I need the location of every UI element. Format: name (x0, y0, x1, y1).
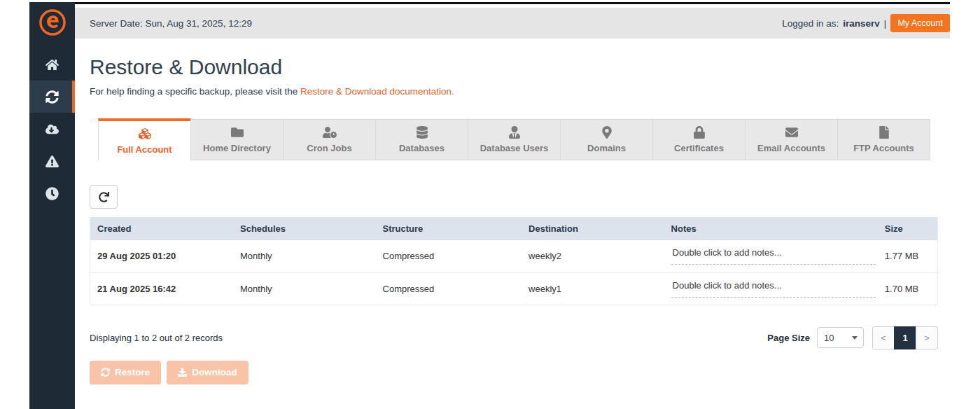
column-header-notes: Notes (664, 217, 878, 240)
tab-ftp-accounts[interactable]: FTP Accounts (837, 119, 930, 160)
sync-icon (101, 368, 110, 377)
column-header-structure: Structure (376, 217, 522, 240)
tab-database-users[interactable]: Database Users (468, 119, 561, 160)
restore-button[interactable]: Restore (90, 361, 161, 384)
documentation-link[interactable]: Restore & Download documentation. (300, 86, 454, 97)
sidebar (29, 2, 75, 409)
topbar-separator: | (884, 18, 887, 29)
tab-full-account[interactable]: Full Account (98, 118, 191, 160)
sidebar-nav (29, 48, 75, 209)
database-icon (415, 126, 429, 139)
backup-type-tabs: Full Account Home Directory Cron Jobs Da… (98, 118, 950, 160)
tab-email-accounts[interactable]: Email Accounts (745, 119, 838, 160)
refresh-button[interactable] (90, 185, 118, 209)
cubes-icon (138, 127, 152, 140)
tab-home-directory[interactable]: Home Directory (190, 119, 284, 160)
column-header-created: Created (90, 217, 234, 240)
main-content: Restore & Download For help finding a sp… (75, 39, 950, 409)
app-logo[interactable] (29, 2, 75, 43)
sidebar-item-downloads[interactable] (29, 113, 75, 145)
tab-label: Certificates (674, 143, 724, 153)
tab-label: Database Users (480, 143, 549, 153)
map-marker-icon (600, 126, 614, 139)
sidebar-item-home[interactable] (29, 48, 75, 81)
sidebar-item-queue[interactable] (29, 177, 75, 209)
tab-label: Home Directory (203, 143, 271, 153)
server-date-text: Server Date: Sun, Aug 31, 2025, 12:29 (90, 18, 252, 29)
envelope-icon (785, 126, 799, 139)
action-buttons: Restore Download (90, 361, 950, 384)
logged-in-label: Logged in as: (782, 18, 839, 29)
warning-triangle-icon (46, 155, 59, 168)
refresh-icon (99, 192, 109, 202)
tab-label: Databases (399, 143, 444, 153)
cloud-download-icon (46, 123, 59, 136)
cell-structure: Compressed (376, 272, 522, 305)
tab-domains[interactable]: Domains (560, 119, 653, 160)
download-button[interactable]: Download (167, 361, 248, 384)
tab-databases[interactable]: Databases (375, 119, 468, 160)
page-size-label: Page Size (767, 333, 810, 343)
cell-size: 1.77 MB (878, 240, 938, 272)
column-header-destination: Destination (522, 217, 664, 240)
tab-label: Full Account (117, 144, 172, 155)
restore-button-label: Restore (115, 367, 150, 377)
pager: < 1 > (872, 326, 938, 349)
prev-page-button[interactable]: < (872, 326, 895, 349)
notes-editable-field[interactable]: Double click to add notes... (671, 247, 876, 265)
cell-size: 1.70 MB (878, 272, 938, 305)
home-icon (46, 58, 59, 71)
current-page-button[interactable]: 1 (894, 326, 916, 349)
user-clock-icon (323, 126, 337, 139)
page-help-text: For help finding a specific backup, plea… (90, 86, 950, 97)
notes-editable-field[interactable]: Double click to add notes... (671, 280, 876, 298)
sync-icon (46, 90, 59, 104)
cell-created: 21 Aug 2025 16:42 (90, 272, 234, 305)
cell-structure: Compressed (376, 240, 522, 272)
lock-icon (692, 126, 706, 139)
cell-created: 29 Aug 2025 01:20 (90, 240, 234, 272)
column-header-size: Size (878, 217, 938, 240)
cell-schedules: Monthly (233, 240, 376, 272)
clock-icon (46, 187, 59, 200)
file-icon (877, 126, 891, 139)
download-button-label: Download (192, 367, 237, 377)
column-header-schedules: Schedules (233, 217, 376, 240)
table-header-row: Created Schedules Structure Destination … (90, 217, 938, 240)
cell-notes: Double click to add notes... (664, 272, 878, 305)
download-icon (178, 368, 187, 377)
tab-cron-jobs[interactable]: Cron Jobs (283, 119, 376, 160)
jetbackup-logo-icon (38, 8, 67, 37)
sidebar-item-alerts[interactable] (29, 145, 75, 177)
tab-certificates[interactable]: Certificates (652, 119, 746, 160)
user-tie-icon (507, 126, 522, 139)
cell-notes: Double click to add notes... (664, 240, 878, 272)
page-top-border (29, 2, 950, 4)
tab-label: Domains (587, 143, 626, 153)
topbar: Server Date: Sun, Aug 31, 2025, 12:29 Lo… (75, 8, 950, 39)
table-row[interactable]: 21 Aug 2025 16:42 Monthly Compressed wee… (90, 272, 938, 305)
page-title: Restore & Download (90, 55, 950, 79)
cell-destination: weekly2 (522, 240, 664, 272)
tab-label: FTP Accounts (853, 143, 914, 153)
backups-table: Created Schedules Structure Destination … (90, 217, 938, 305)
table-row[interactable]: 29 Aug 2025 01:20 Monthly Compressed wee… (90, 240, 938, 272)
next-page-button[interactable]: > (916, 326, 938, 349)
tab-label: Email Accounts (757, 143, 825, 153)
sidebar-item-restore-download[interactable] (29, 81, 75, 113)
cell-destination: weekly1 (522, 272, 664, 305)
table-footer: Displaying 1 to 2 out of 2 records Page … (90, 326, 938, 349)
logged-in-username: iranserv (843, 18, 880, 29)
records-summary: Displaying 1 to 2 out of 2 records (90, 333, 223, 343)
page-size-select[interactable]: 10 (817, 327, 864, 348)
folder-icon (230, 126, 244, 139)
tab-label: Cron Jobs (307, 143, 351, 153)
my-account-button[interactable]: My Account (890, 14, 950, 32)
cell-schedules: Monthly (233, 272, 376, 305)
